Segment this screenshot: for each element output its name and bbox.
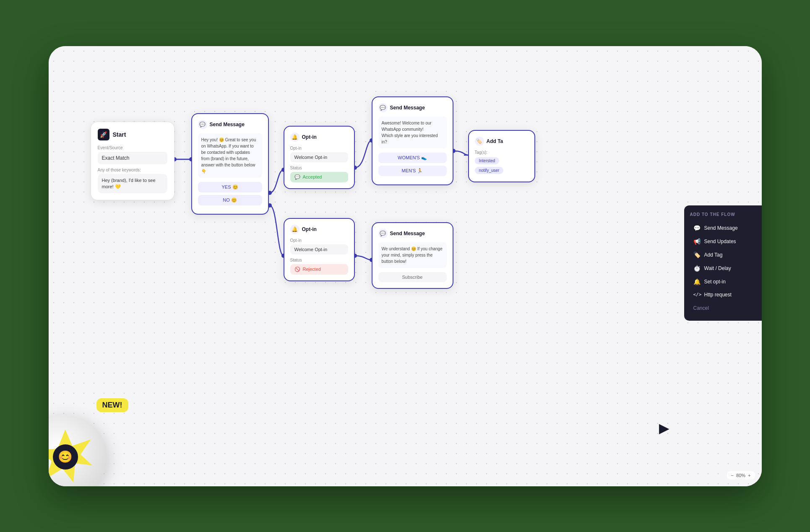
optin-bottom-header: 🔔 Opt-in xyxy=(290,225,348,234)
menu-item-send-message-label: Send Message xyxy=(704,225,738,231)
menu-item-wait-delay[interactable]: ⏱️ Wait / Delay xyxy=(690,262,756,275)
message-icon-bottomright: 💬 xyxy=(378,229,388,238)
status-top-label: Status xyxy=(290,166,348,170)
status-bottom-label: Status xyxy=(290,258,348,262)
btn-mens[interactable]: MEN'S 🏃 xyxy=(378,166,447,176)
add-tag-icon: 🏷️ xyxy=(475,137,484,146)
start-node-title: Start xyxy=(113,131,126,138)
zoom-level: 80% xyxy=(736,473,745,478)
optin-node-bottom[interactable]: 🔔 Opt-in Opt-in Welcome Opt-in Status 🚫 … xyxy=(284,218,355,281)
send-msg-bottomright-body: We understand 😊 If you change your mind,… xyxy=(378,242,447,268)
topright-body2: Which style are you interested in? xyxy=(382,133,438,144)
chatbot-icon: 😊 xyxy=(53,444,78,470)
tag-1: Intersted xyxy=(475,157,500,164)
send-message-body-1: Hey you! 😊 Great to see you on WhatsApp.… xyxy=(198,133,262,178)
new-text-badge: NEW! xyxy=(96,398,128,412)
topright-body1: Awesome! Welcome to our WhatsApp communi… xyxy=(382,121,432,132)
send-msg-bottomright-title: Send Message xyxy=(390,231,425,236)
optin-bottom-value: Welcome Opt-in xyxy=(290,244,348,254)
optin-node-top[interactable]: 🔔 Opt-in Opt-in Welcome Opt-in Status 💬 … xyxy=(284,126,355,189)
btn-no[interactable]: NO 😊 xyxy=(198,195,262,205)
tags-label: Tag(s): xyxy=(475,150,529,155)
send-message-node-1[interactable]: 💬 Send Message Hey you! 😊 Great to see y… xyxy=(191,113,269,215)
zoom-minus[interactable]: − xyxy=(731,473,734,478)
flow-menu-title: ADD TO THE FLOW xyxy=(690,212,756,217)
message-icon-1: 💬 xyxy=(198,120,207,129)
menu-item-wait-delay-label: Wait / Delay xyxy=(704,265,731,271)
tags-container: Intersted notify_user xyxy=(475,156,529,176)
event-source-label: Event/Source xyxy=(98,145,167,150)
screen-wrapper: 🚀 Start Event/Source Exact Match Any of … xyxy=(49,46,762,486)
optin-bottom-icon: 🔔 xyxy=(290,225,300,234)
menu-item-http-request-label: Http request xyxy=(704,292,732,298)
send-msg-bottomright-header: 💬 Send Message xyxy=(378,229,447,238)
wait-delay-menu-icon: ⏱️ xyxy=(693,265,701,272)
flow-menu-panel[interactable]: ADD TO THE FLOW 💬 Send Message 📢 Send Up… xyxy=(684,205,762,321)
status-rejected: 🚫 Rejected xyxy=(290,264,348,275)
menu-item-cancel[interactable]: Cancel xyxy=(690,302,756,314)
btn-yes[interactable]: YES 😊 xyxy=(198,182,262,192)
accepted-icon: 💬 xyxy=(294,174,300,180)
send-updates-menu-icon: 📢 xyxy=(693,238,701,245)
menu-item-set-optin-label: Set opt-in xyxy=(704,279,726,285)
tag-2: notify_user xyxy=(475,167,504,174)
send-message-menu-icon: 💬 xyxy=(693,225,701,231)
menu-item-send-updates[interactable]: 📢 Send Updates xyxy=(690,235,756,248)
rejected-text: Rejected xyxy=(303,267,321,272)
send-msg-topright-header: 💬 Send Message xyxy=(378,103,447,112)
add-tag-header: 🏷️ Add Ta xyxy=(475,137,529,146)
optin-bottom-title: Opt-in xyxy=(302,226,317,232)
set-optin-menu-icon: 🔔 xyxy=(693,278,701,285)
new-badge-circle: 😊 xyxy=(49,415,107,486)
http-request-menu-icon: </> xyxy=(693,292,701,297)
rejected-icon: 🚫 xyxy=(294,267,300,272)
send-message-title-1: Send Message xyxy=(210,122,245,127)
menu-item-http-request[interactable]: </> Http request xyxy=(690,289,756,301)
optin-top-title: Opt-in xyxy=(302,134,317,140)
rocket-icon: 🚀 xyxy=(98,129,109,140)
send-msg-topright-body: Awesome! Welcome to our WhatsApp communi… xyxy=(378,117,447,148)
menu-item-add-tag-label: Add Tag xyxy=(704,252,723,258)
message-icon-topright: 💬 xyxy=(378,103,388,112)
accepted-text: Accepted xyxy=(303,174,322,179)
menu-item-send-updates-label: Send Updates xyxy=(704,239,736,244)
add-tag-node[interactable]: 🏷️ Add Ta Tag(s): Intersted notify_user xyxy=(468,130,535,182)
send-message-bottomright[interactable]: 💬 Send Message We understand 😊 If you ch… xyxy=(372,222,453,289)
keywords-label: Any of those keywords: xyxy=(98,168,167,172)
new-badge-wrapper: 😊 NEW! xyxy=(49,390,133,486)
menu-item-add-tag[interactable]: 🏷️ Add Tag xyxy=(690,249,756,261)
optin-top-label: Opt-in xyxy=(290,146,348,151)
start-node-header: 🚀 Start xyxy=(98,129,167,140)
event-source-value[interactable]: Exact Match xyxy=(98,152,167,164)
optin-top-value: Welcome Opt-in xyxy=(290,152,348,162)
send-message-topright[interactable]: 💬 Send Message Awesome! Welcome to our W… xyxy=(372,96,453,185)
optin-top-header: 🔔 Opt-in xyxy=(290,132,348,142)
add-tag-menu-icon: 🏷️ xyxy=(693,252,701,258)
optin-top-icon: 🔔 xyxy=(290,132,300,142)
btn-subscribe[interactable]: Subscribe xyxy=(378,272,447,282)
add-tag-title: Add Ta xyxy=(487,138,503,144)
cursor-arrow: ▶ xyxy=(659,420,669,436)
zoom-plus[interactable]: + xyxy=(748,473,750,478)
send-message-header-1: 💬 Send Message xyxy=(198,120,262,129)
canvas-area[interactable]: 🚀 Start Event/Source Exact Match Any of … xyxy=(49,46,762,486)
menu-item-set-optin[interactable]: 🔔 Set opt-in xyxy=(690,275,756,288)
keyword-bubble: Hey (brand), I'd like to see more! 💛 xyxy=(98,174,167,194)
optin-bottom-label: Opt-in xyxy=(290,238,348,243)
menu-item-send-message[interactable]: 💬 Send Message xyxy=(690,222,756,234)
zoom-indicator[interactable]: − 80% + xyxy=(727,471,755,480)
cancel-label: Cancel xyxy=(693,305,709,311)
send-msg-topright-title: Send Message xyxy=(390,105,425,111)
start-node[interactable]: 🚀 Start Event/Source Exact Match Any of … xyxy=(91,122,175,201)
status-accepted: 💬 Accepted xyxy=(290,172,348,182)
btn-womens[interactable]: WOMEN'S 👟 xyxy=(378,153,447,163)
